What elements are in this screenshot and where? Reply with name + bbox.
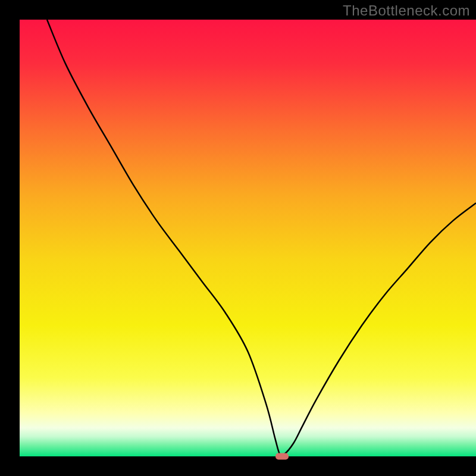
gradient-background [20,20,476,456]
watermark-label: TheBottleneck.com [343,2,470,19]
bottleneck-chart [0,0,476,476]
chart-frame: TheBottleneck.com [0,0,476,476]
bottleneck-marker [275,453,289,460]
